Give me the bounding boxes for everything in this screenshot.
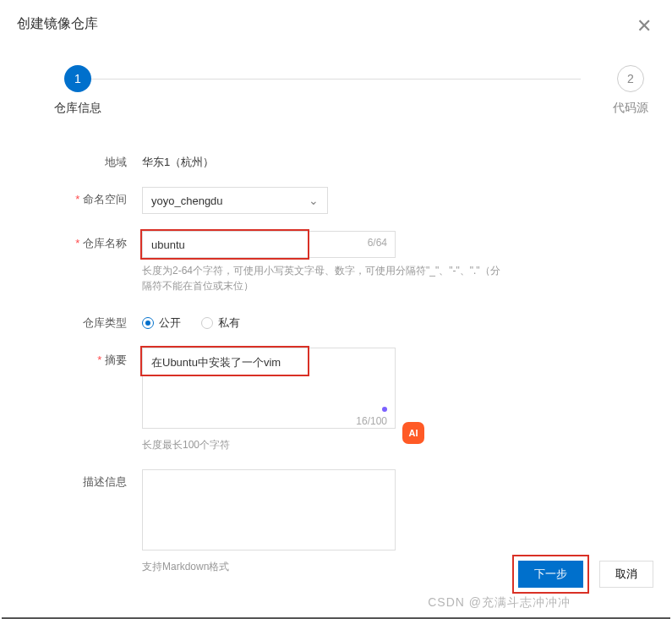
description-textarea[interactable] xyxy=(142,469,396,551)
step-1-label: 仓库信息 xyxy=(54,101,101,116)
summary-textarea[interactable] xyxy=(142,348,396,429)
ai-badge-icon[interactable]: AI xyxy=(402,422,424,444)
repo-type-radio-group: 公开 私有 xyxy=(142,310,638,331)
label-repo-type: 仓库类型 xyxy=(34,310,142,331)
step-2: 2 代码源 xyxy=(613,65,648,116)
label-summary: 摘要 xyxy=(34,348,142,368)
value-region: 华东1（杭州） xyxy=(142,150,638,170)
radio-private-label: 私有 xyxy=(218,315,240,331)
next-button-highlight: 下一步 xyxy=(512,555,589,594)
row-repo-type: 仓库类型 公开 私有 xyxy=(34,310,638,331)
watermark: CSDN @充满斗志冲冲冲 xyxy=(428,595,571,611)
radio-private-circle xyxy=(201,317,213,329)
form: 地域 华东1（杭州） 命名空间 yoyo_chengdu ⌄ 仓库名称 6/64… xyxy=(0,150,672,574)
footer: 下一步 取消 xyxy=(512,555,653,594)
row-summary: 摘要 16/100 AI 长度最长100个字符 xyxy=(34,348,638,452)
summary-help: 长度最长100个字符 xyxy=(142,437,505,452)
next-button[interactable]: 下一步 xyxy=(518,561,583,588)
label-region: 地域 xyxy=(34,150,142,170)
resize-handle-icon[interactable] xyxy=(382,407,387,412)
radio-private[interactable]: 私有 xyxy=(201,315,240,331)
namespace-select-value: yoyo_chengdu xyxy=(151,194,223,207)
row-region: 地域 华东1（杭州） xyxy=(34,150,638,170)
modal-title: 创建镜像仓库 xyxy=(0,0,672,48)
repo-name-input[interactable] xyxy=(142,231,396,258)
step-line xyxy=(91,79,581,79)
stepper: 1 仓库信息 2 代码源 xyxy=(24,65,648,116)
row-namespace: 命名空间 yoyo_chengdu ⌄ xyxy=(34,187,638,214)
row-repo-name: 仓库名称 6/64 长度为2-64个字符，可使用小写英文字母、数字，可使用分隔符… xyxy=(34,231,638,293)
close-icon[interactable]: ✕ xyxy=(636,15,652,37)
label-namespace: 命名空间 xyxy=(34,187,142,207)
description-help: 支持Markdown格式 xyxy=(142,559,505,574)
step-1-circle: 1 xyxy=(64,65,91,92)
step-2-label: 代码源 xyxy=(613,101,648,116)
chevron-down-icon: ⌄ xyxy=(309,194,319,207)
repo-name-help: 长度为2-64个字符，可使用小写英文字母、数字，可使用分隔符"_"、"-"、".… xyxy=(142,263,505,293)
radio-public[interactable]: 公开 xyxy=(142,315,181,331)
step-2-circle: 2 xyxy=(617,65,644,92)
label-description: 描述信息 xyxy=(34,469,142,490)
namespace-select[interactable]: yoyo_chengdu ⌄ xyxy=(142,187,328,214)
radio-public-circle xyxy=(142,317,154,329)
label-repo-name: 仓库名称 xyxy=(34,231,142,251)
step-1: 1 仓库信息 xyxy=(54,65,101,116)
radio-public-label: 公开 xyxy=(159,315,181,331)
cancel-button[interactable]: 取消 xyxy=(599,561,653,588)
